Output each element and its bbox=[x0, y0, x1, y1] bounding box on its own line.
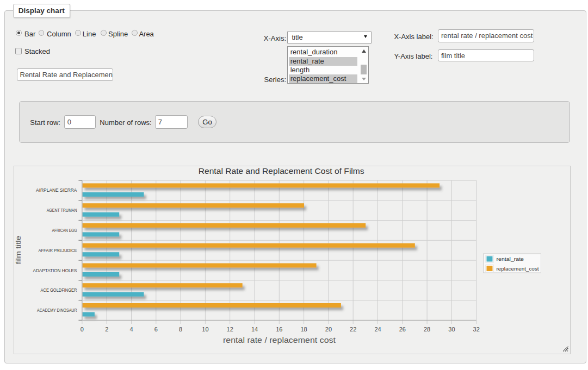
svg-text:26: 26 bbox=[399, 326, 405, 333]
svg-text:0: 0 bbox=[80, 326, 83, 333]
svg-text:22: 22 bbox=[350, 326, 356, 333]
svg-text:AGENT TRUMAN: AGENT TRUMAN bbox=[46, 208, 77, 213]
svg-text:rental rate / replacement cost: rental rate / replacement cost bbox=[223, 336, 336, 344]
svg-text:12: 12 bbox=[226, 326, 233, 333]
svg-text:ACADEMY DINOSAUR: ACADEMY DINOSAUR bbox=[37, 308, 77, 313]
svg-text:film title: film title bbox=[14, 236, 22, 265]
svg-text:ACE GOLDFINGER: ACE GOLDFINGER bbox=[40, 287, 77, 293]
svg-text:replacement_cost: replacement_cost bbox=[496, 266, 539, 272]
svg-text:30: 30 bbox=[448, 326, 455, 333]
svg-text:4: 4 bbox=[129, 326, 133, 333]
svg-text:16: 16 bbox=[276, 326, 282, 333]
svg-text:rental_rate: rental_rate bbox=[496, 256, 524, 262]
svg-text:32: 32 bbox=[473, 326, 479, 333]
svg-text:8: 8 bbox=[179, 326, 182, 333]
svg-text:AIRPLANE SIERRA: AIRPLANE SIERRA bbox=[36, 187, 77, 193]
svg-text:Rental Rate and Replacement Co: Rental Rate and Replacement Cost of Film… bbox=[198, 166, 364, 175]
svg-text:14: 14 bbox=[251, 326, 257, 333]
svg-text:24: 24 bbox=[374, 326, 381, 333]
svg-text:2: 2 bbox=[105, 326, 108, 333]
svg-text:6: 6 bbox=[154, 326, 157, 333]
svg-text:AFFAIR PREJUDICE: AFFAIR PREJUDICE bbox=[38, 248, 77, 253]
svg-text:AFRICAN EGG: AFRICAN EGG bbox=[52, 228, 77, 233]
svg-text:10: 10 bbox=[202, 326, 208, 333]
svg-text:20: 20 bbox=[325, 326, 331, 333]
svg-text:28: 28 bbox=[423, 326, 430, 333]
svg-text:ADAPTATION HOLES: ADAPTATION HOLES bbox=[33, 268, 77, 273]
svg-text:18: 18 bbox=[300, 326, 307, 333]
